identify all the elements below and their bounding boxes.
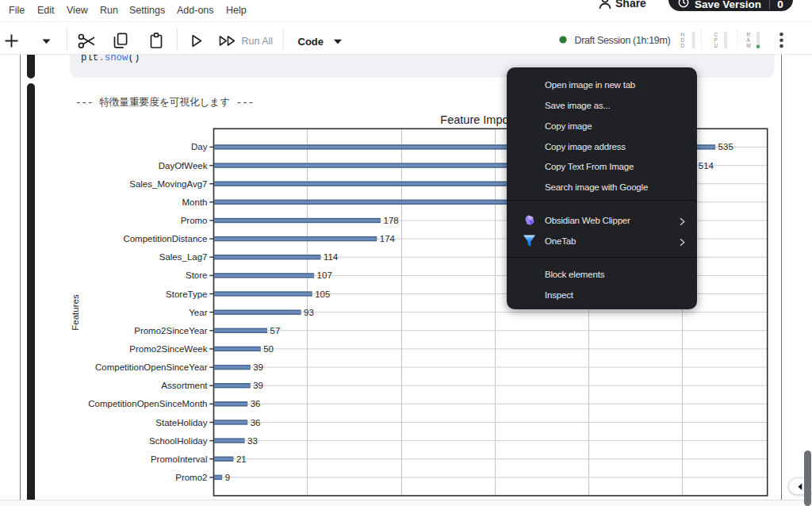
svg-text:SchoolHoliday: SchoolHoliday xyxy=(149,436,208,446)
svg-text:Sales_Lag7: Sales_Lag7 xyxy=(159,252,208,262)
svg-text:CompetitionOpenSinceYear: CompetitionOpenSinceYear xyxy=(95,362,208,372)
svg-text:Draft Session (1h:19m): Draft Session (1h:19m) xyxy=(575,35,671,46)
svg-text:Month: Month xyxy=(182,197,208,207)
svg-text:CompetitionOpenSinceMonth: CompetitionOpenSinceMonth xyxy=(88,399,207,408)
svg-text:Store: Store xyxy=(186,270,208,280)
svg-text:39: 39 xyxy=(253,381,263,390)
svg-text:A: A xyxy=(747,37,751,43)
svg-text:Day: Day xyxy=(191,142,208,151)
svg-text:Promo2SinceWeek: Promo2SinceWeek xyxy=(129,344,207,354)
svg-text:57: 57 xyxy=(270,326,281,335)
svg-text:174: 174 xyxy=(380,234,396,243)
svg-text:R: R xyxy=(747,32,751,37)
svg-text:PromoInterval: PromoInterval xyxy=(151,454,208,464)
svg-text:U: U xyxy=(714,43,718,48)
svg-text:107: 107 xyxy=(317,270,332,280)
svg-text:50: 50 xyxy=(263,344,274,354)
svg-text:D: D xyxy=(681,37,685,43)
svg-text:36: 36 xyxy=(251,399,261,408)
svg-text:36: 36 xyxy=(251,418,261,427)
svg-text:9: 9 xyxy=(225,473,230,482)
svg-text:Code: Code xyxy=(298,36,324,48)
svg-text:DayOfWeek: DayOfWeek xyxy=(159,161,208,171)
svg-text:178: 178 xyxy=(384,216,399,225)
svg-text:Promo2: Promo2 xyxy=(175,473,207,482)
svg-text:93: 93 xyxy=(304,308,314,317)
svg-text:D: D xyxy=(681,43,685,48)
svg-text:StateHoliday: StateHoliday xyxy=(155,418,207,427)
svg-text:Promo2SinceYear: Promo2SinceYear xyxy=(134,326,207,335)
svg-text:Features: Features xyxy=(71,294,80,331)
svg-text:M: M xyxy=(747,43,751,48)
svg-text:H: H xyxy=(681,32,685,37)
svg-text:P: P xyxy=(714,37,718,43)
svg-text:535: 535 xyxy=(718,142,733,151)
svg-text:Sales_MovingAvg7: Sales_MovingAvg7 xyxy=(129,179,207,189)
svg-text:CompetitionDistance: CompetitionDistance xyxy=(123,234,207,243)
svg-text:514: 514 xyxy=(699,161,714,171)
svg-text:StoreType: StoreType xyxy=(166,289,207,299)
svg-text:Assortment: Assortment xyxy=(161,381,208,390)
svg-text:33: 33 xyxy=(247,436,258,446)
svg-text:Promo: Promo xyxy=(181,216,208,225)
svg-text:114: 114 xyxy=(324,252,339,262)
svg-text:Run All: Run All xyxy=(242,36,274,47)
svg-text:21: 21 xyxy=(236,454,247,464)
svg-text:105: 105 xyxy=(315,289,330,299)
svg-text:C: C xyxy=(714,32,718,37)
svg-text:Year: Year xyxy=(189,308,207,317)
svg-text:39: 39 xyxy=(253,362,263,372)
